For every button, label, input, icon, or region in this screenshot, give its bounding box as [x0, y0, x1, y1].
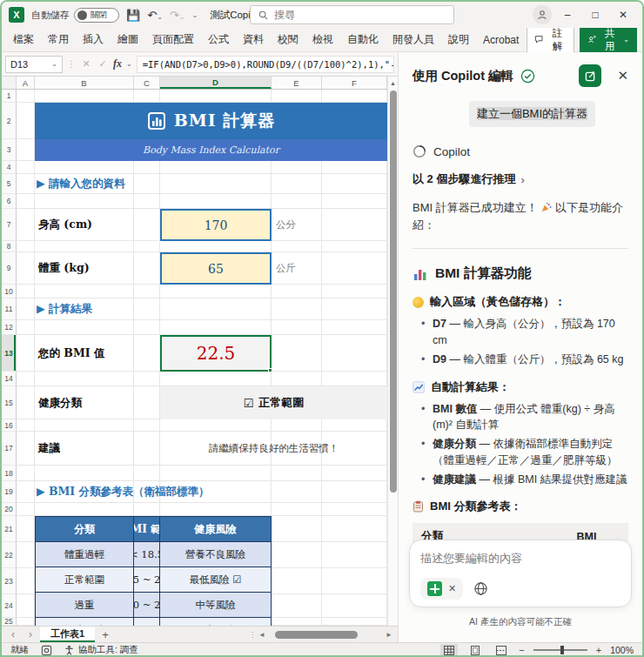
ref-header-range[interactable]: BMI 範圍 — [133, 516, 160, 542]
grid-cell[interactable] — [160, 161, 272, 174]
page-layout-view-button[interactable] — [466, 644, 484, 656]
grid-cell[interactable] — [322, 320, 387, 335]
tab-developer[interactable]: 開發人員 — [386, 29, 440, 50]
grid-cell[interactable] — [272, 335, 322, 372]
category-value-cell[interactable]: ☑ 正常範圍 — [160, 386, 387, 419]
grid-cell[interactable] — [272, 618, 322, 626]
section-reference-heading[interactable]: ▶ BMI 分類參考表（衛福部標準） — [37, 481, 210, 503]
advice-value-cell[interactable]: 請繼續保持良好的生活習慣！ — [160, 432, 387, 466]
grid-cell[interactable] — [17, 568, 35, 594]
grid-cell[interactable] — [322, 516, 387, 542]
grid-cell[interactable] — [322, 298, 387, 320]
tab-home[interactable]: 常用 — [42, 29, 75, 50]
confirm-entry-icon[interactable]: ✓ — [97, 58, 109, 70]
comments-button[interactable]: 註解 — [527, 23, 574, 57]
grid-cell[interactable] — [17, 432, 35, 466]
grid-cell[interactable] — [35, 241, 134, 252]
tab-help[interactable]: 說明 — [442, 29, 475, 50]
grid-cell[interactable] — [134, 432, 160, 466]
grid-cell[interactable] — [272, 161, 322, 174]
grid-cell[interactable] — [272, 542, 322, 568]
grid-cell[interactable] — [17, 252, 35, 285]
grid-cell[interactable] — [322, 194, 387, 209]
tab-page-layout[interactable]: 頁面配置 — [146, 29, 200, 50]
grid-cell[interactable] — [272, 516, 322, 542]
row-header-21[interactable]: 21 — [2, 516, 17, 542]
cancel-entry-icon[interactable]: ✕ — [80, 58, 92, 70]
grid-cell[interactable] — [272, 174, 322, 194]
horizontal-scroll-thumb[interactable] — [275, 631, 358, 639]
grid-cell[interactable] — [134, 252, 160, 285]
ref-cell[interactable]: 18.5 ~ 23.9 — [133, 566, 160, 593]
grid-cell[interactable] — [272, 466, 322, 481]
grid-cell[interactable] — [35, 466, 134, 481]
row-header-14[interactable]: 14 — [2, 372, 17, 386]
zoom-slider-thumb[interactable] — [560, 646, 564, 654]
ref-header-risk[interactable]: 健康風險 — [159, 516, 272, 542]
grid-cell[interactable] — [160, 503, 272, 516]
tab-acrobat[interactable]: Acrobat — [477, 30, 525, 50]
row-header-13[interactable]: 13 — [2, 335, 17, 372]
grid-cell[interactable] — [160, 174, 272, 194]
grid-cell[interactable] — [272, 298, 322, 320]
grid-cell[interactable] — [35, 503, 134, 516]
maximize-button[interactable]: □ — [583, 4, 607, 25]
grid-cell[interactable] — [35, 285, 134, 298]
grid-cell[interactable] — [322, 161, 387, 174]
row-header-1[interactable]: 1 — [2, 90, 17, 103]
grid-cell[interactable] — [272, 194, 322, 209]
grid-cell[interactable] — [17, 209, 35, 241]
fx-chevron-icon[interactable]: ⌄ — [126, 60, 132, 68]
weight-unit-cell[interactable]: 公斤 — [276, 252, 296, 285]
excel-app-icon[interactable]: X — [9, 7, 24, 23]
grid-cell[interactable] — [322, 594, 387, 618]
grid-cell[interactable] — [272, 320, 322, 335]
ref-cell[interactable]: < 18.5 — [133, 541, 160, 567]
vertical-scroll-thumb[interactable] — [390, 91, 397, 493]
grid-cell[interactable] — [134, 209, 160, 241]
zoom-level[interactable]: 100% — [610, 645, 634, 655]
undo-icon[interactable]: ↶⌄ — [147, 10, 163, 21]
ref-header-category[interactable]: 分類 — [35, 516, 134, 542]
tab-view[interactable]: 檢視 — [306, 29, 339, 50]
grid-cell[interactable] — [17, 103, 35, 139]
normal-view-button[interactable] — [440, 644, 458, 656]
row-header-8[interactable]: 8 — [2, 241, 17, 252]
tab-review[interactable]: 校閱 — [272, 29, 305, 50]
row-header-3[interactable]: 3 — [2, 139, 17, 161]
grid-cell[interactable] — [322, 372, 387, 386]
grid-cell[interactable] — [17, 320, 35, 335]
row-header-25[interactable]: 25 — [2, 618, 17, 626]
name-box[interactable]: D13 ⌄ — [5, 56, 63, 73]
column-header-d[interactable]: D — [160, 77, 272, 89]
section-input-heading[interactable]: ▶ 請輸入您的資料 — [37, 174, 124, 194]
grid-cell[interactable] — [35, 90, 134, 103]
ref-cell[interactable]: 正常範圍 — [35, 566, 134, 593]
grid-cell[interactable] — [272, 503, 322, 516]
grid-cell[interactable] — [17, 161, 35, 174]
insert-function-icon[interactable]: fx — [113, 57, 122, 70]
row-header-12[interactable]: 12 — [2, 320, 17, 335]
row-header-4[interactable]: 4 — [2, 161, 17, 174]
grid-cell[interactable] — [272, 481, 322, 503]
globe-icon[interactable] — [473, 581, 488, 596]
row-header-5[interactable]: 5 — [2, 174, 17, 194]
grid-cell[interactable] — [17, 139, 35, 161]
grid-cell[interactable] — [17, 618, 35, 626]
grid-cell[interactable] — [160, 285, 272, 298]
grid-cell[interactable] — [322, 335, 387, 372]
grid-cell[interactable] — [134, 466, 160, 481]
column-header-c[interactable]: C — [134, 77, 160, 89]
grid-cell[interactable] — [160, 466, 272, 481]
grid-cell[interactable] — [322, 90, 387, 103]
reasoning-steps-toggle[interactable]: 以 2 個步驟進行推理 › — [413, 171, 628, 187]
select-all-corner[interactable] — [2, 77, 17, 89]
grid-cell[interactable] — [322, 174, 387, 194]
ref-cell[interactable]: 較高風險 — [159, 617, 272, 626]
grid-cell[interactable] — [17, 466, 35, 481]
ref-cell[interactable]: 過重 — [35, 592, 134, 618]
tab-draw[interactable]: 繪圖 — [111, 29, 144, 50]
weight-input-cell[interactable]: 65 — [160, 252, 272, 285]
minimize-button[interactable]: – — [555, 4, 580, 25]
horizontal-scrollbar[interactable]: ⋮ ◄ ► — [249, 629, 392, 640]
